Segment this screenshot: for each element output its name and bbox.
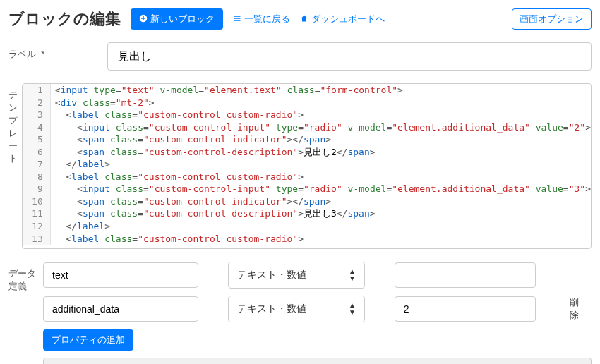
code-content: <span class="custom-control-description"…	[51, 146, 376, 159]
template-row: テンプレート 1<input type="text" v-model="elem…	[8, 83, 592, 249]
back-to-list-link[interactable]: 一覧に戻る	[233, 13, 290, 25]
code-content: <label class="custom-control custom-radi…	[51, 109, 304, 121]
svg-rect-2	[141, 18, 145, 19]
code-line: 11 <span class="custom-control-descripti…	[23, 207, 591, 220]
data-def-field-label: データ定義	[8, 262, 43, 293]
code-line: 2<div class="mt-2">	[23, 97, 591, 109]
to-dashboard-link[interactable]: ダッシュボードへ	[300, 13, 385, 25]
label-text: ラベル	[8, 49, 36, 59]
add-property-button[interactable]: プロパティの追加	[43, 329, 133, 351]
json-preview: [{"key":"text","type":"text","defaultVal…	[43, 358, 592, 364]
gutter-number: 12	[23, 220, 51, 233]
code-line: 10 <span class="custom-control-indicator…	[23, 195, 591, 208]
data-key-input[interactable]	[43, 296, 198, 322]
code-content: <span class="custom-control-indicator"><…	[51, 133, 331, 146]
code-content: </label>	[51, 220, 110, 233]
code-line: 13 <label class="custom-control custom-r…	[23, 233, 591, 245]
gutter-number: 3	[23, 109, 51, 121]
template-editor[interactable]: 1<input type="text" v-model="element.tex…	[22, 83, 592, 249]
new-block-label: 新しいブロック	[150, 13, 215, 25]
chevron-updown-icon: ▲▼	[349, 302, 356, 316]
svg-rect-4	[234, 18, 241, 19]
gutter-number: 4	[23, 121, 51, 134]
code-line: 8 <label class="custom-control custom-ra…	[23, 171, 591, 183]
gutter-number: 9	[23, 183, 51, 195]
code-line: 4 <input class="custom-control-input" ty…	[23, 121, 591, 134]
chevron-updown-icon: ▲▼	[349, 268, 356, 282]
code-content: <label class="custom-control custom-radi…	[51, 171, 304, 183]
gutter-number: 1	[23, 84, 51, 97]
data-def-row: データ定義 テキスト・数値▲▼削除テキスト・数値▲▼削除 プロパティの追加 [{…	[8, 262, 592, 364]
code-line: 12 </label>	[23, 220, 591, 233]
data-type-select[interactable]: テキスト・数値▲▼	[228, 262, 365, 289]
gutter-number: 6	[23, 146, 51, 159]
required-mark: *	[41, 49, 44, 59]
gutter-number: 5	[23, 133, 51, 146]
data-value-input[interactable]	[395, 296, 536, 322]
code-content: <label class="custom-control custom-radi…	[51, 233, 304, 245]
code-content: <input type="text" v-model="element.text…	[51, 84, 403, 97]
gutter-number: 13	[23, 233, 51, 245]
data-def-row: テキスト・数値▲▼削除	[43, 262, 592, 289]
select-value: テキスト・数値	[237, 303, 306, 315]
page-title: ブロックの編集	[8, 8, 121, 30]
code-line: 7 </label>	[23, 158, 591, 171]
code-content: </label>	[51, 158, 110, 171]
gutter-number: 11	[23, 207, 51, 220]
template-field-label: テンプレート	[8, 83, 22, 165]
gutter-number: 10	[23, 195, 51, 208]
code-line: 1<input type="text" v-model="element.tex…	[23, 84, 591, 97]
code-content: <span class="custom-control-indicator"><…	[51, 195, 331, 208]
svg-rect-5	[234, 20, 241, 21]
code-line: 6 <span class="custom-control-descriptio…	[23, 146, 591, 159]
to-dashboard-label: ダッシュボードへ	[311, 13, 385, 25]
code-content: <input class="custom-control-input" type…	[51, 183, 591, 195]
screen-options-button[interactable]: 画面オプション	[512, 8, 592, 30]
code-line: 9 <input class="custom-control-input" ty…	[23, 183, 591, 195]
back-to-list-label: 一覧に戻る	[244, 13, 290, 25]
code-content: <input class="custom-control-input" type…	[51, 121, 591, 134]
plus-icon	[139, 14, 148, 25]
code-line: 5 <span class="custom-control-indicator"…	[23, 133, 591, 146]
code-content: <div class="mt-2">	[51, 97, 155, 109]
delete-row-button[interactable]: 削除	[565, 296, 592, 322]
code-line: 3 <label class="custom-control custom-ra…	[23, 109, 591, 121]
gutter-number: 8	[23, 171, 51, 183]
gutter-number: 7	[23, 158, 51, 171]
home-icon	[300, 14, 308, 25]
list-icon	[233, 14, 241, 25]
label-field-label: ラベル *	[8, 42, 107, 61]
gutter-number: 2	[23, 97, 51, 109]
data-def-row: テキスト・数値▲▼削除	[43, 296, 592, 322]
data-type-select[interactable]: テキスト・数値▲▼	[228, 296, 365, 322]
data-defs-list: テキスト・数値▲▼削除テキスト・数値▲▼削除	[43, 262, 592, 322]
new-block-button[interactable]: 新しいブロック	[131, 8, 223, 30]
label-input[interactable]	[107, 42, 592, 71]
data-value-input[interactable]	[395, 262, 536, 288]
topbar: ブロックの編集 新しいブロック 一覧に戻る ダッシュボードへ 画面オプション	[8, 8, 592, 30]
code-content: <span class="custom-control-description"…	[51, 207, 376, 220]
label-row: ラベル *	[8, 42, 592, 71]
svg-rect-3	[234, 16, 241, 17]
select-value: テキスト・数値	[237, 269, 306, 281]
data-key-input[interactable]	[43, 262, 198, 288]
